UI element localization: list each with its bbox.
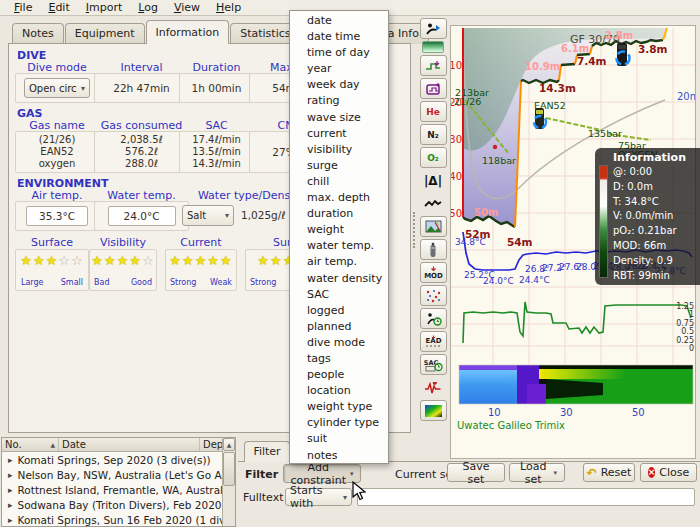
menu-item-max-depth[interactable]: max. depth xyxy=(290,190,388,206)
star-icon-empty[interactable]: ☆☆ xyxy=(58,253,83,268)
menu-item-notes[interactable]: notes xyxy=(290,448,388,464)
menu-edit[interactable]: Edit xyxy=(40,0,77,15)
expand-arrow-icon[interactable]: ▸ xyxy=(8,485,13,495)
tab-filter[interactable]: Filter xyxy=(244,441,290,462)
star-icon-filled[interactable]: ★★★ xyxy=(20,253,58,268)
menu-item-time-of-day[interactable]: time of day xyxy=(290,45,388,61)
visibility-rating[interactable]: ★★★★☆ Bad Good xyxy=(89,249,157,291)
panel-splitter[interactable] xyxy=(412,17,416,434)
menu-item-cylinder-type[interactable]: cylinder type xyxy=(290,415,388,431)
menu-item-sac[interactable]: SAC xyxy=(290,287,388,303)
dc-ceiling-icon[interactable] xyxy=(420,55,447,76)
mod-icon[interactable]: MOD xyxy=(420,262,447,283)
menu-item-people[interactable]: people xyxy=(290,367,388,383)
menu-item-air-temp[interactable]: air temp. xyxy=(290,254,388,270)
fulltext-input[interactable] xyxy=(357,488,695,506)
menu-help[interactable]: Help xyxy=(208,0,249,15)
fulltext-mode-select[interactable]: Starts with▾ xyxy=(285,488,352,506)
tab-information[interactable]: Information xyxy=(146,20,230,44)
dive-mode-select[interactable]: Open circ▾ xyxy=(24,78,90,98)
menu-item-date[interactable]: date xyxy=(290,13,388,29)
add-constraint-button[interactable]: Add constraint▾ xyxy=(283,464,361,483)
dive-mode-field: Open circ▾ xyxy=(15,73,99,103)
column-header-depth[interactable]: Depth xyxy=(200,438,224,451)
scroll-up-icon[interactable]: ▲ xyxy=(223,438,235,451)
water-type-select[interactable]: Salt▾ xyxy=(182,205,234,226)
star-icon-filled[interactable]: ★★★★ xyxy=(91,253,142,268)
calculated-ceiling-icon[interactable] xyxy=(420,78,447,99)
oxygen-graph-icon[interactable]: O₂ xyxy=(420,147,447,168)
reset-filter-button[interactable]: ↶Reset xyxy=(583,463,635,482)
wave-line-icon[interactable] xyxy=(420,193,447,214)
heart-rate-icon[interactable] xyxy=(420,377,447,398)
tissue-heatmap-icon[interactable] xyxy=(420,400,447,421)
tooltip-temperature: T: 34.8°C xyxy=(613,195,700,210)
tank-bar-icon[interactable] xyxy=(420,239,447,260)
current-rating[interactable]: ★★★★★ Strong Weak xyxy=(165,249,237,291)
menu-item-water-temp[interactable]: water temp. xyxy=(290,238,388,254)
menu-item-chill[interactable]: chill xyxy=(290,174,388,190)
menu-item-wave-size[interactable]: wave size xyxy=(290,110,388,126)
menu-item-weight[interactable]: weight xyxy=(290,222,388,238)
water-temp-input[interactable]: 24.0°C xyxy=(108,206,176,226)
star-icon-filled[interactable]: ★★★★★ xyxy=(169,253,232,268)
menu-item-weight-type[interactable]: weight type xyxy=(290,399,388,415)
expand-arrow-icon[interactable]: ▸ xyxy=(8,500,13,510)
ead-icon[interactable]: EAD xyxy=(420,331,447,352)
menu-item-current[interactable]: current xyxy=(290,126,388,142)
tab-notes[interactable]: Notes xyxy=(12,23,64,44)
svg-text:SAC: SAC xyxy=(424,359,438,367)
chevron-down-icon: ▾ xyxy=(343,493,347,502)
menu-item-water-density[interactable]: water density xyxy=(290,271,388,287)
trip-row[interactable]: ▸Komati Springs, Sep 2020 (3 dive(s)) xyxy=(2,452,222,467)
ceiling-gradient-swatch[interactable] xyxy=(422,41,444,53)
nitrogen-graph-icon[interactable]: N₂ xyxy=(420,124,447,145)
star-icon-empty[interactable]: ☆ xyxy=(142,253,155,268)
dive-list-scrollbar[interactable]: ▲ xyxy=(222,438,235,526)
surface-waves-rating[interactable]: ★★★☆☆ Large Small xyxy=(15,249,89,291)
trip-row[interactable]: ▸Rottnest Island, Fremantle, WA, Austral… xyxy=(2,482,222,497)
diver-icon[interactable] xyxy=(420,18,447,39)
menu-item-location[interactable]: location xyxy=(290,383,388,399)
menu-item-planned[interactable]: planned xyxy=(290,319,388,335)
menu-import[interactable]: Import xyxy=(78,0,131,15)
menu-item-duration[interactable]: duration xyxy=(290,206,388,222)
air-temp-input[interactable]: 35.3°C xyxy=(26,206,88,226)
menu-item-suit[interactable]: suit xyxy=(290,431,388,447)
menu-item-year[interactable]: year xyxy=(290,61,388,77)
menu-item-dive-mode[interactable]: dive mode xyxy=(290,335,388,351)
load-set-button[interactable]: Load set▾ xyxy=(509,463,565,482)
menu-item-tags[interactable]: tags xyxy=(290,351,388,367)
menu-item-week-day[interactable]: week day xyxy=(290,77,388,93)
menu-log[interactable]: Log xyxy=(130,0,166,15)
expand-arrow-icon[interactable]: ▸ xyxy=(8,470,13,480)
menu-item-surge[interactable]: surge xyxy=(290,158,388,174)
interval-field: 22h 47min xyxy=(94,73,189,103)
menu-item-logged[interactable]: logged xyxy=(290,303,388,319)
trip-row[interactable]: ▸Komati Springs, Sun 16 Feb 2020 (1 dive… xyxy=(2,512,222,527)
photos-icon[interactable] xyxy=(420,216,447,237)
menu-item-date-time[interactable]: date time xyxy=(290,29,388,45)
menu-item-visibility[interactable]: visibility xyxy=(290,142,388,158)
close-filter-button[interactable]: ×Close xyxy=(640,463,697,482)
expand-arrow-icon[interactable]: ▸ xyxy=(8,515,13,525)
chevron-down-icon: ▾ xyxy=(553,469,557,477)
sac-icon[interactable]: SAC xyxy=(420,354,447,375)
menu-file[interactable]: File xyxy=(6,0,40,15)
expand-arrow-icon[interactable]: ▸ xyxy=(8,455,13,465)
ndl-icon[interactable] xyxy=(420,308,447,329)
column-header-number[interactable]: No. ▲ xyxy=(2,438,59,451)
tab-equipment[interactable]: Equipment xyxy=(65,23,145,44)
menu-item-rating[interactable]: rating xyxy=(290,93,388,109)
scrollbar-thumb[interactable] xyxy=(223,452,235,486)
trip-row[interactable]: ▸Nelson Bay, NSW, Australia (Let's Go Ad… xyxy=(2,467,222,482)
trip-row[interactable]: ▸Sodwana Bay (Triton Divers), Feb 2020 (… xyxy=(2,497,222,512)
deco-bubbles-icon[interactable] xyxy=(420,285,447,306)
delta-icon[interactable]: |Δ| xyxy=(420,170,447,191)
column-header-date[interactable]: Date xyxy=(59,438,200,451)
helium-graph-icon[interactable]: He xyxy=(420,101,447,122)
menu-view[interactable]: View xyxy=(166,0,208,15)
svg-text:135bar: 135bar xyxy=(588,128,622,139)
fulltext-label: Fulltext xyxy=(243,491,284,504)
save-set-button[interactable]: Save set xyxy=(447,463,505,482)
